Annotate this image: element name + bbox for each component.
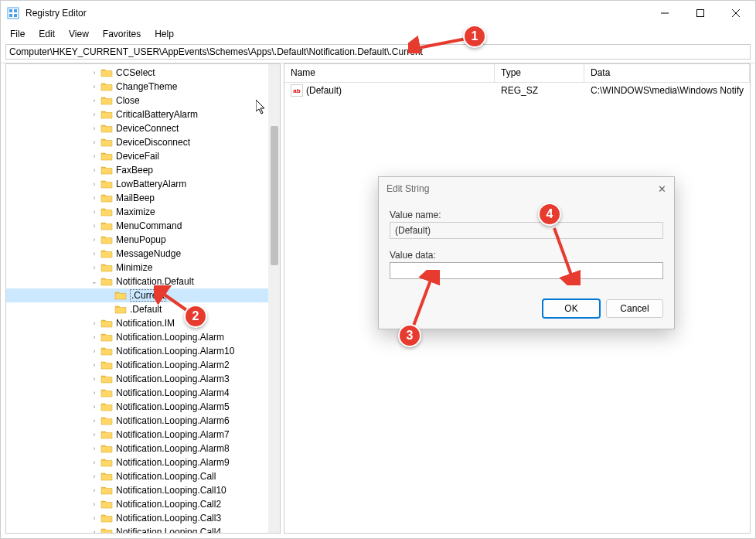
chevron-right-icon[interactable]: › bbox=[90, 486, 99, 495]
tree-item-notification-im[interactable]: ›Notification.IM bbox=[6, 316, 280, 330]
tree-item-lowbatteryalarm[interactable]: ›LowBatteryAlarm bbox=[6, 177, 280, 191]
chevron-right-icon[interactable]: › bbox=[90, 68, 99, 77]
chevron-right-icon[interactable]: › bbox=[90, 193, 99, 203]
chevron-right-icon[interactable]: › bbox=[90, 360, 99, 370]
tree-item-criticalbatteryalarm[interactable]: ›CriticalBatteryAlarm bbox=[6, 107, 280, 121]
menu-view[interactable]: View bbox=[63, 27, 95, 41]
menu-edit[interactable]: Edit bbox=[32, 27, 61, 41]
tree-item-menupopup[interactable]: ›MenuPopup bbox=[6, 233, 280, 247]
chevron-right-icon[interactable]: › bbox=[90, 416, 99, 425]
value-name-label: Value name: bbox=[390, 210, 663, 220]
tree-item-notification-looping-call10[interactable]: ›Notification.Looping.Call10 bbox=[6, 483, 280, 497]
chevron-right-icon[interactable]: › bbox=[90, 472, 99, 481]
chevron-right-icon[interactable]: › bbox=[90, 138, 99, 147]
chevron-right-icon[interactable]: › bbox=[90, 82, 99, 91]
tree-item--default[interactable]: .Default bbox=[6, 302, 280, 316]
close-button[interactable] bbox=[718, 1, 754, 26]
folder-icon bbox=[100, 67, 113, 78]
scrollbar-thumb[interactable] bbox=[271, 126, 278, 265]
tree-item-notification-looping-alarm2[interactable]: ›Notification.Looping.Alarm2 bbox=[6, 358, 280, 372]
tree-item-notification-looping-call4[interactable]: ›Notification.Looping.Call4 bbox=[6, 525, 280, 534]
folder-icon bbox=[100, 95, 113, 106]
value-name-input[interactable] bbox=[390, 222, 663, 239]
tree-item-close[interactable]: ›Close bbox=[6, 94, 280, 107]
tree-item-notification-default[interactable]: ⌄Notification.Default bbox=[6, 275, 280, 288]
chevron-right-icon[interactable]: › bbox=[90, 96, 99, 105]
folder-icon bbox=[100, 81, 113, 92]
tree-item-notification-looping-alarm4[interactable]: ›Notification.Looping.Alarm4 bbox=[6, 386, 280, 400]
chevron-right-icon[interactable]: › bbox=[90, 346, 99, 356]
tree-item-notification-looping-alarm8[interactable]: ›Notification.Looping.Alarm8 bbox=[6, 442, 280, 455]
svg-rect-1 bbox=[9, 9, 12, 12]
tree-item-maximize[interactable]: ›Maximize bbox=[6, 205, 280, 219]
value-data: C:\WINDOWS\media\Windows Notify bbox=[584, 84, 750, 97]
address-bar[interactable]: Computer\HKEY_CURRENT_USER\AppEvents\Sch… bbox=[5, 44, 751, 60]
chevron-right-icon[interactable]: › bbox=[90, 152, 99, 161]
dialog-title: Edit String bbox=[387, 183, 658, 194]
chevron-right-icon[interactable]: › bbox=[90, 221, 99, 230]
tree-item-notification-looping-alarm[interactable]: ›Notification.Looping.Alarm bbox=[6, 330, 280, 344]
tree-item-notification-looping-call[interactable]: ›Notification.Looping.Call bbox=[6, 469, 280, 483]
column-name[interactable]: Name bbox=[284, 64, 495, 82]
tree-item-notification-looping-alarm9[interactable]: ›Notification.Looping.Alarm9 bbox=[6, 455, 280, 469]
chevron-right-icon[interactable]: › bbox=[90, 110, 99, 119]
tree-item-messagenudge[interactable]: ›MessageNudge bbox=[6, 247, 280, 261]
tree-item-notification-looping-alarm7[interactable]: ›Notification.Looping.Alarm7 bbox=[6, 428, 280, 442]
menu-favorites[interactable]: Favorites bbox=[97, 27, 147, 41]
chevron-right-icon[interactable]: › bbox=[90, 235, 99, 244]
dialog-close-button[interactable]: ✕ bbox=[658, 183, 666, 195]
cancel-button[interactable]: Cancel bbox=[606, 299, 663, 318]
tree-item--current[interactable]: .Current bbox=[6, 288, 280, 302]
tree-item-devicedisconnect[interactable]: ›DeviceDisconnect bbox=[6, 135, 280, 149]
tree-item-mailbeep[interactable]: ›MailBeep bbox=[6, 191, 280, 205]
chevron-right-icon[interactable]: › bbox=[90, 319, 99, 328]
tree-item-notification-looping-alarm3[interactable]: ›Notification.Looping.Alarm3 bbox=[6, 372, 280, 386]
titlebar: Registry Editor bbox=[1, 1, 755, 26]
folder-icon bbox=[100, 109, 113, 120]
tree-panel[interactable]: ›CCSelect›ChangeTheme›Close›CriticalBatt… bbox=[5, 63, 281, 534]
folder-icon bbox=[100, 220, 113, 231]
minimize-button[interactable] bbox=[647, 1, 683, 26]
ok-button[interactable]: OK bbox=[543, 299, 600, 318]
chevron-right-icon[interactable]: › bbox=[90, 513, 99, 523]
folder-icon bbox=[114, 304, 127, 315]
chevron-right-icon[interactable]: › bbox=[90, 388, 99, 397]
chevron-right-icon[interactable]: › bbox=[90, 249, 99, 258]
tree-item-ccselect[interactable]: ›CCSelect bbox=[6, 66, 280, 80]
chevron-right-icon[interactable]: › bbox=[90, 527, 99, 534]
scrollbar[interactable] bbox=[268, 64, 280, 533]
chevron-right-icon[interactable]: › bbox=[90, 263, 99, 272]
chevron-right-icon[interactable]: › bbox=[90, 374, 99, 384]
chevron-right-icon[interactable]: › bbox=[90, 500, 99, 509]
tree-label: Notification.Looping.Alarm9 bbox=[116, 457, 230, 468]
column-type[interactable]: Type bbox=[495, 64, 584, 82]
tree-item-notification-looping-call3[interactable]: ›Notification.Looping.Call3 bbox=[6, 511, 280, 525]
chevron-down-icon[interactable]: ⌄ bbox=[90, 277, 99, 286]
list-row[interactable]: ab (Default) REG_SZ C:\WINDOWS\media\Win… bbox=[284, 83, 750, 98]
tree-item-notification-looping-call2[interactable]: ›Notification.Looping.Call2 bbox=[6, 497, 280, 511]
menu-help[interactable]: Help bbox=[148, 27, 180, 41]
chevron-right-icon[interactable]: › bbox=[90, 402, 99, 411]
chevron-right-icon[interactable]: › bbox=[90, 207, 99, 217]
maximize-button[interactable] bbox=[683, 1, 718, 26]
tree-item-faxbeep[interactable]: ›FaxBeep bbox=[6, 163, 280, 177]
tree-item-notification-looping-alarm6[interactable]: ›Notification.Looping.Alarm6 bbox=[6, 414, 280, 428]
column-data[interactable]: Data bbox=[584, 64, 750, 82]
chevron-right-icon[interactable]: › bbox=[90, 333, 99, 342]
tree-item-minimize[interactable]: ›Minimize bbox=[6, 261, 280, 275]
tree-item-notification-looping-alarm5[interactable]: ›Notification.Looping.Alarm5 bbox=[6, 400, 280, 414]
tree-item-notification-looping-alarm10[interactable]: ›Notification.Looping.Alarm10 bbox=[6, 344, 280, 358]
tree-item-changetheme[interactable]: ›ChangeTheme bbox=[6, 80, 280, 94]
folder-icon bbox=[100, 262, 113, 273]
chevron-right-icon[interactable]: › bbox=[90, 179, 99, 189]
tree-item-deviceconnect[interactable]: ›DeviceConnect bbox=[6, 121, 280, 135]
chevron-right-icon[interactable]: › bbox=[90, 124, 99, 133]
chevron-right-icon[interactable]: › bbox=[90, 430, 99, 439]
menu-file[interactable]: File bbox=[4, 27, 31, 41]
tree-item-devicefail[interactable]: ›DeviceFail bbox=[6, 149, 280, 163]
tree-item-menucommand[interactable]: ›MenuCommand bbox=[6, 219, 280, 233]
chevron-right-icon[interactable]: › bbox=[90, 444, 99, 453]
chevron-right-icon[interactable]: › bbox=[90, 458, 99, 467]
tree-label: DeviceFail bbox=[116, 151, 159, 162]
chevron-right-icon[interactable]: › bbox=[90, 165, 99, 175]
